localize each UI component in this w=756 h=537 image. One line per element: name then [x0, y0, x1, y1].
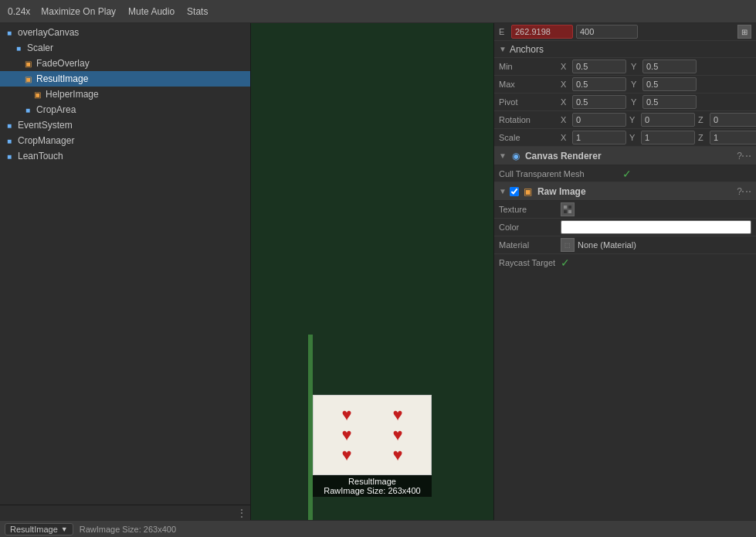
anchors-min-fields: X Y	[561, 59, 751, 73]
card-hearts-grid: ♥ ♥ ♥ ♥ ♥ ♥	[317, 400, 428, 470]
rotation-y-input[interactable]	[641, 113, 695, 127]
canvas-renderer-title: Canvas Renderer	[525, 151, 734, 161]
hierarchy-item-leantouch[interactable]: ■ LeanTouch	[0, 148, 250, 164]
hierarchy-label-helperimage: HelperImage	[46, 89, 99, 100]
anchors-max-label: Max	[499, 80, 561, 89]
pivot-x-input[interactable]	[572, 95, 626, 109]
stats-button[interactable]: Stats	[181, 5, 214, 19]
anchors-max-y-input[interactable]	[642, 77, 697, 91]
pivot-fields: X Y	[561, 95, 751, 109]
raw-image-icon: ▣	[522, 185, 534, 198]
anchors-max-x-group: X	[561, 77, 626, 91]
cube-icon: ■	[3, 26, 15, 39]
hierarchy-item-resultimage[interactable]: ▣ ResultImage	[0, 71, 250, 87]
card-title: ResultImage	[316, 477, 429, 486]
card-container: ♥ ♥ ♥ ♥ ♥ ♥ ResultImage RawImage Size: 2…	[313, 395, 432, 497]
hierarchy-item-helperimage[interactable]: ▣ HelperImage	[0, 87, 250, 102]
hierarchy-item-cropmanager[interactable]: ■ CropManager	[0, 133, 250, 148]
svg-rect-3	[564, 210, 567, 213]
rotation-y-group: Y	[629, 113, 695, 127]
texture-field-group	[561, 202, 751, 216]
hierarchy-item-fadeoverlay[interactable]: ▣ FadeOverlay	[0, 56, 250, 71]
pivot-row: Pivot X Y	[494, 93, 756, 111]
result-image-dropdown[interactable]: ResultImage ▼	[5, 523, 73, 535]
main-layout: ■ overlayCanvas ■ Scaler ▣ FadeOverlay ▣…	[0, 23, 756, 520]
hierarchy-item-eventsystem[interactable]: ■ EventSystem	[0, 117, 250, 133]
z-axis-label: Z	[698, 133, 709, 142]
anchors-min-label: Min	[499, 62, 561, 71]
card-label: ResultImage RawImage Size: 263x400	[313, 475, 432, 497]
color-label: Color	[499, 223, 561, 232]
color-row: Color	[494, 219, 756, 236]
rotation-z-group: Z	[698, 113, 756, 127]
material-thumbnail[interactable]: ⬚	[561, 238, 575, 252]
canvas-renderer-header[interactable]: ▼ ◉ Canvas Renderer ? ⋮	[494, 147, 756, 165]
zoom-level: 0.24x	[3, 5, 35, 19]
hierarchy-label-leantouch: LeanTouch	[18, 151, 63, 161]
anchors-max-row: Max X Y	[494, 76, 756, 93]
hierarchy-item-overlaycanvas[interactable]: ■ overlayCanvas	[0, 25, 250, 40]
scale-y-input[interactable]	[641, 131, 695, 144]
anchors-title: Anchors	[510, 44, 544, 55]
scene-background: ♥ ♥ ♥ ♥ ♥ ♥ ResultImage RawImage Size: 2…	[251, 23, 493, 520]
result-image-label: ResultImage	[10, 525, 58, 534]
raw-image-arrow-icon: ▼	[499, 187, 507, 195]
x-axis-label: X	[561, 115, 571, 124]
scale-y-group: Y	[629, 131, 695, 144]
pivot-y-group: Y	[631, 95, 697, 109]
cube-icon: ■	[12, 42, 25, 54]
grid-icon[interactable]: ⊞	[737, 25, 751, 39]
z-axis-label: Z	[698, 115, 709, 124]
raycast-row: Raycast Target ✓	[494, 254, 756, 271]
heart-icon: ♥	[341, 427, 351, 444]
texture-row: Texture	[494, 201, 756, 219]
scale-x-input[interactable]	[572, 131, 626, 144]
material-value: None (Material)	[578, 240, 636, 250]
card-image: ♥ ♥ ♥ ♥ ♥ ♥	[313, 395, 432, 475]
canvas-renderer-overflow-button[interactable]: ⋮	[741, 151, 752, 161]
mute-audio-button[interactable]: Mute Audio	[122, 5, 181, 19]
scale-z-input[interactable]	[710, 131, 756, 144]
rotation-label: Rotation	[499, 115, 561, 124]
raw-image-overflow-button[interactable]: ⋮	[741, 187, 752, 196]
hierarchy-label-croparea: CropArea	[36, 104, 76, 115]
top-value1-input[interactable]	[511, 25, 573, 39]
hierarchy-overflow-button[interactable]: ⋮	[236, 507, 247, 519]
color-swatch[interactable]	[561, 220, 751, 234]
cull-transparent-checkmark: ✓	[622, 168, 632, 180]
texture-thumbnail[interactable]	[561, 202, 575, 216]
hierarchy-item-scaler[interactable]: ■ Scaler	[0, 40, 250, 56]
anchors-max-x-input[interactable]	[572, 77, 626, 91]
raycast-label: Raycast Target	[499, 258, 561, 267]
cube-icon: ■	[3, 119, 15, 131]
hierarchy-item-croparea[interactable]: ■ CropArea	[0, 102, 250, 117]
anchors-min-y-group: Y	[631, 59, 697, 73]
inspector-panel: E ⊞ ▼ Anchors Min X Y	[493, 23, 756, 520]
maximize-on-play-button[interactable]: Maximize On Play	[35, 5, 122, 19]
anchors-min-y-input[interactable]	[642, 59, 697, 73]
raw-image-enable-checkbox[interactable]	[510, 187, 519, 196]
x-axis-label: X	[561, 62, 571, 71]
image-icon: ▣	[22, 73, 34, 85]
raw-image-header[interactable]: ▼ ▣ Raw Image ? ⋮	[494, 182, 756, 201]
anchors-section-header[interactable]: ▼ Anchors	[494, 41, 756, 58]
rotation-z-input[interactable]	[710, 113, 756, 127]
rotation-x-group: X	[561, 113, 626, 127]
raw-image-size-label: RawImage Size: 263x400	[80, 525, 176, 534]
hierarchy-label-fadeoverlay: FadeOverlay	[36, 58, 90, 69]
cube-icon: ■	[3, 150, 15, 162]
scale-fields: X Y Z	[561, 131, 756, 144]
pivot-y-input[interactable]	[642, 95, 697, 109]
anchors-min-x-input[interactable]	[572, 59, 626, 73]
x-axis-label: X	[561, 80, 571, 89]
toolbar: 0.24x Maximize On Play Mute Audio Stats	[0, 0, 756, 23]
canvas-renderer-icon: ◉	[510, 150, 522, 162]
svg-rect-4	[568, 210, 571, 213]
top-value2-input[interactable]	[576, 25, 638, 39]
scale-row: Scale X Y Z	[494, 129, 756, 147]
scale-label: Scale	[499, 133, 561, 142]
dropdown-arrow-icon: ▼	[61, 525, 68, 533]
cull-transparent-row: Cull Transparent Mesh ✓	[494, 165, 756, 182]
material-field-group: ⬚ None (Material)	[561, 238, 751, 252]
rotation-x-input[interactable]	[572, 113, 626, 127]
